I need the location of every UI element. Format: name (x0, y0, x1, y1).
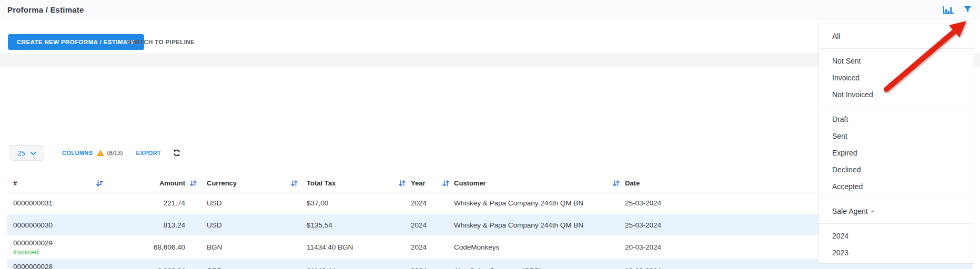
proforma-estimate-page: Proforma / Estimate CREATE NEW PROFORMA … (0, 0, 980, 269)
filter-group: Sale Agent ▸ (819, 199, 974, 224)
filter-dropdown-menu: All Not Sent Invoiced Not Invoiced Draft… (819, 24, 974, 264)
page-size-value: 25 (17, 149, 25, 157)
sort-arrows-icon[interactable] (190, 180, 197, 187)
title-bar-actions (943, 5, 972, 15)
switch-to-pipeline-link[interactable]: SWITCH TO PIPELINE (128, 34, 195, 50)
currency-cell: BGN (199, 235, 300, 259)
year-cell: 2024 (408, 192, 451, 214)
table-controls: 25 COLUMNS ! (8/13) EXPORT (9, 145, 180, 161)
filter-item-expired[interactable]: Expired (819, 144, 974, 161)
currency-cell: USD (199, 214, 300, 235)
filter-item-2024[interactable]: 2024 (819, 227, 974, 244)
page-size-select[interactable]: 25 (9, 145, 44, 161)
status-badge: Invoiced (13, 247, 105, 256)
total-tax-cell: £1143,44 (300, 259, 408, 269)
chevron-right-icon: ▸ (872, 209, 874, 214)
year-cell: 2024 (408, 235, 451, 259)
sort-arrows-icon[interactable] (613, 180, 620, 187)
refresh-icon[interactable] (173, 149, 180, 157)
estimate-number[interactable]: 0000000029 (13, 239, 105, 247)
filter-group: Not Sent Invoiced Not Invoiced (819, 49, 974, 107)
filter-item-invoiced[interactable]: Invoiced (819, 69, 974, 86)
total-tax-cell: $135,54 (300, 214, 408, 235)
customer-cell: Whiskey & Papa Company 244th QM BN (451, 192, 622, 214)
customer-cell: Alex Sales Company (GBP) (451, 259, 622, 269)
column-header-number[interactable]: # (7, 175, 105, 192)
filter-group: Draft Sent Expired Declined Accepted (819, 107, 974, 199)
export-button[interactable]: EXPORT (136, 150, 161, 156)
column-header-year[interactable]: Year (408, 175, 451, 192)
total-tax-cell: 11434.40 BGN (300, 235, 408, 259)
columns-count: (8/13) (107, 150, 123, 156)
title-bar: Proforma / Estimate (0, 0, 980, 19)
chevron-down-icon (31, 148, 36, 158)
amount-cell: 6,860.64 (105, 259, 199, 269)
sort-arrows-icon[interactable] (291, 180, 298, 187)
filter-item-2023[interactable]: 2023 (819, 244, 974, 261)
filter-item-not-invoiced[interactable]: Not Invoiced (819, 86, 974, 103)
columns-button[interactable]: COLUMNS (62, 150, 93, 156)
filter-item-sent[interactable]: Sent (819, 128, 974, 144)
amount-cell: 68,606.40 (105, 235, 199, 259)
page-title: Proforma / Estimate (7, 5, 84, 14)
year-cell: 2024 (408, 259, 451, 269)
sort-desc-icon[interactable] (96, 180, 103, 187)
amount-cell: 221.74 (105, 192, 199, 214)
customer-cell: CodeMonkeys (451, 235, 622, 259)
bar-chart-icon[interactable] (943, 5, 955, 15)
filter-item-accepted[interactable]: Accepted (819, 178, 974, 195)
sort-arrows-icon[interactable] (442, 180, 449, 187)
customer-cell: Whiskey & Papa Company 244th QM BN (451, 214, 622, 235)
create-proforma-button[interactable]: CREATE NEW PROFORMA / ESTIMATE (8, 34, 144, 50)
column-header-amount[interactable]: Amount (105, 175, 199, 192)
total-tax-cell: $37,00 (300, 192, 408, 214)
column-header-customer[interactable]: Customer (451, 175, 622, 192)
filter-item-all[interactable]: All (819, 28, 974, 45)
year-cell: 2024 (408, 214, 451, 235)
sort-arrows-icon[interactable] (399, 180, 406, 187)
currency-cell: GBP (199, 259, 300, 269)
column-header-currency[interactable]: Currency (199, 175, 300, 192)
filter-group: 2024 2023 (819, 224, 974, 264)
filter-item-not-sent[interactable]: Not Sent (819, 53, 974, 69)
filter-item-draft[interactable]: Draft (819, 111, 974, 128)
estimate-number[interactable]: 0000000031 (13, 199, 105, 208)
filter-item-declined[interactable]: Declined (819, 161, 974, 178)
funnel-icon[interactable] (964, 6, 972, 13)
warning-triangle-icon: ! (97, 150, 105, 157)
estimate-number[interactable]: 0000000028 (13, 262, 105, 269)
filter-item-sale-agent[interactable]: Sale Agent ▸ (819, 203, 974, 220)
currency-cell: USD (199, 192, 300, 214)
filter-group: All (819, 24, 974, 49)
column-header-total-tax[interactable]: Total Tax (300, 175, 408, 192)
estimate-number[interactable]: 0000000030 (13, 221, 105, 230)
amount-cell: 813.24 (105, 214, 199, 235)
